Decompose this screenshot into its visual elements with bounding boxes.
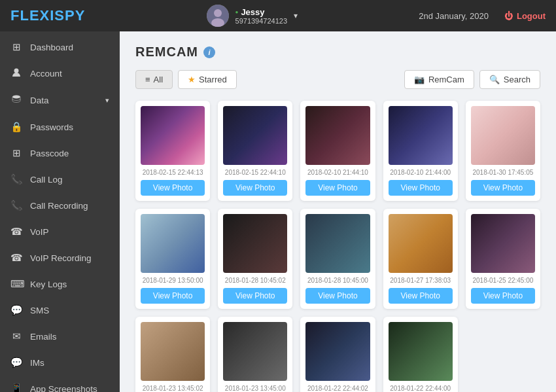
info-icon[interactable]: i	[203, 46, 215, 58]
sidebar-item-label: Dashboard	[30, 43, 73, 52]
photo-date: 2018-01-23 13:45:02	[143, 385, 203, 392]
photo-thumbnail	[471, 106, 535, 165]
topbar-right: 2nd January, 2020 ⏻ Logout	[419, 11, 546, 21]
remcam-label: RemCam	[428, 75, 464, 84]
user-info[interactable]: Jessy 5971394724123 ▾	[207, 5, 298, 27]
sidebar-item-account[interactable]: Account	[0, 60, 120, 87]
sidebar-item-dashboard[interactable]: ⊞ Dashboard	[0, 34, 120, 60]
remcam-button[interactable]: 📷 RemCam	[404, 70, 474, 89]
view-photo-button[interactable]: View Photo	[223, 288, 287, 304]
sidebar: ⊞ Dashboard Account Data ▾ 🔒 Passwords ⊞…	[0, 31, 120, 392]
ims-icon: 💬	[10, 357, 22, 368]
photo-date: 2018-02-10 21:44:10	[307, 169, 368, 176]
call-recording-icon: 📞	[10, 200, 22, 211]
svg-point-3	[14, 69, 19, 73]
photo-date: 2018-01-28 10:45:02	[225, 277, 286, 284]
view-photo-button[interactable]: View Photo	[305, 288, 370, 304]
sidebar-item-voip-recording[interactable]: ☎ VoIP Recording	[0, 245, 120, 271]
sidebar-item-data[interactable]: Data ▾	[0, 87, 120, 114]
voip-recording-icon: ☎	[10, 252, 22, 264]
user-name: Jessy	[235, 7, 288, 17]
search-button[interactable]: 🔍 Search	[479, 70, 540, 89]
dashboard-icon: ⊞	[10, 41, 22, 53]
photo-card: 2018-01-23 13:45:02 View Photo	[135, 317, 210, 392]
photo-date: 2018-02-15 22:44:13	[143, 169, 203, 176]
app-screenshots-icon: 📱	[10, 383, 22, 392]
photo-thumbnail	[141, 106, 205, 165]
power-icon: ⏻	[504, 11, 513, 21]
photo-card: 2018-02-10 21:44:10 View Photo	[300, 101, 375, 201]
photo-thumbnail	[389, 322, 453, 381]
sidebar-label-app-screenshots: App Screenshots	[30, 384, 97, 393]
photo-card: 2018-01-22 22:44:00 View Photo	[383, 317, 458, 392]
user-details: Jessy 5971394724123	[235, 7, 288, 25]
sidebar-label-key-logs: Key Logs	[30, 279, 67, 289]
sidebar-item-passwords[interactable]: 🔒 Passwords	[0, 114, 120, 140]
call-log-icon: 📞	[10, 173, 22, 185]
filter-starred-label: Starred	[199, 75, 227, 84]
photo-thumbnail	[305, 106, 370, 165]
sidebar-label-data: Data	[30, 96, 49, 105]
logo: FLEXISPY	[10, 7, 85, 24]
sidebar-label-voip: VoIP	[30, 227, 49, 237]
sidebar-label-call-log: Call Log	[30, 175, 63, 185]
user-dropdown-chevron[interactable]: ▾	[294, 11, 298, 20]
photo-date: 2018-01-30 17:45:05	[472, 169, 533, 176]
sidebar-label-voip-recording: VoIP Recording	[30, 253, 92, 263]
photo-card: 2018-01-27 17:38:03 View Photo	[383, 209, 458, 309]
photo-thumbnail	[223, 106, 287, 165]
logout-label: Logout	[517, 11, 546, 21]
sidebar-item-app-screenshots[interactable]: 📱 App Screenshots	[0, 376, 120, 392]
photo-card: 2018-01-22 22:44:02 View Photo	[300, 317, 375, 392]
emails-icon: ✉	[10, 330, 22, 342]
filter-all-button[interactable]: ≡ All	[135, 70, 173, 89]
photo-thumbnail	[471, 214, 535, 273]
filter-left: ≡ All ★ Starred	[135, 70, 237, 89]
sidebar-item-passcode[interactable]: ⊞ Passcode	[0, 140, 120, 166]
sms-icon: 💬	[10, 304, 22, 316]
search-icon: 🔍	[489, 75, 500, 84]
data-chevron-icon: ▾	[105, 96, 109, 105]
photo-thumbnail	[141, 214, 205, 273]
view-photo-button[interactable]: View Photo	[305, 180, 370, 196]
sidebar-item-call-log[interactable]: 📞 Call Log	[0, 166, 120, 192]
filter-bar: ≡ All ★ Starred 📷 RemCam 🔍 Search	[135, 70, 540, 89]
view-photo-button[interactable]: View Photo	[389, 288, 453, 304]
star-icon: ★	[188, 75, 196, 84]
svg-point-4	[12, 96, 20, 99]
user-phone: 5971394724123	[235, 17, 288, 25]
sidebar-item-sms[interactable]: 💬 SMS	[0, 297, 120, 323]
sidebar-item-key-logs[interactable]: ⌨ Key Logs	[0, 271, 120, 297]
view-photo-button[interactable]: View Photo	[223, 180, 287, 196]
logo-spy: SPY	[54, 7, 85, 24]
view-photo-button[interactable]: View Photo	[471, 180, 535, 196]
photo-card: 2018-01-29 13:50:00 View Photo	[135, 209, 210, 309]
photo-date: 2018-01-25 22:45:00	[472, 277, 533, 284]
photo-date: 2018-01-22 22:44:00	[390, 385, 451, 392]
view-photo-button[interactable]: View Photo	[389, 180, 453, 196]
sidebar-item-ims[interactable]: 💬 IMs	[0, 349, 120, 376]
sidebar-label-account: Account	[30, 69, 62, 79]
key-logs-icon: ⌨	[10, 278, 22, 290]
voip-icon: ☎	[10, 226, 22, 238]
view-photo-button[interactable]: View Photo	[141, 180, 205, 196]
photo-date: 2018-02-15 22:44:10	[225, 169, 286, 176]
filter-starred-button[interactable]: ★ Starred	[178, 70, 237, 89]
sidebar-item-emails[interactable]: ✉ Emails	[0, 323, 120, 349]
photo-grid: 2018-02-15 22:44:13 View Photo 2018-02-1…	[135, 101, 540, 392]
view-photo-button[interactable]: View Photo	[471, 288, 535, 304]
list-icon: ≡	[145, 75, 150, 84]
sidebar-item-call-recording[interactable]: 📞 Call Recording	[0, 192, 120, 219]
view-photo-button[interactable]: View Photo	[141, 288, 205, 304]
sidebar-label-passwords: Passwords	[30, 122, 73, 132]
photo-date: 2018-01-27 17:38:03	[390, 277, 451, 284]
photo-thumbnail	[389, 106, 453, 165]
page-header: REMCAM i	[135, 45, 540, 60]
search-label: Search	[504, 75, 530, 84]
photo-thumbnail	[223, 322, 287, 381]
sidebar-item-voip[interactable]: ☎ VoIP	[0, 219, 120, 245]
filter-all-label: All	[154, 75, 163, 84]
data-icon	[10, 94, 22, 107]
logout-button[interactable]: ⏻ Logout	[504, 11, 546, 21]
sidebar-label-sms: SMS	[30, 306, 49, 315]
